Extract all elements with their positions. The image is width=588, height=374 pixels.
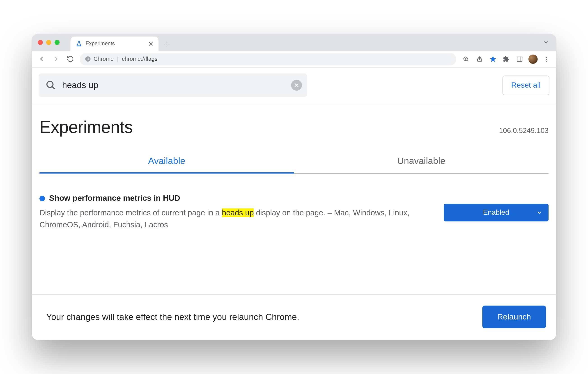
clear-search-icon[interactable] xyxy=(291,80,302,91)
zoom-icon[interactable] xyxy=(460,53,472,65)
flag-title: Show performance metrics in HUD xyxy=(49,194,180,203)
tab-available[interactable]: Available xyxy=(40,156,294,174)
svg-point-2 xyxy=(87,58,89,60)
titlebar: Experiments ✕ ＋ xyxy=(32,34,556,51)
flag-state-select[interactable]: Enabled xyxy=(444,204,548,221)
flag-description: Display the performance metrics of curre… xyxy=(40,207,427,230)
search-input-wrap[interactable] xyxy=(39,73,307,97)
search-icon xyxy=(45,80,56,91)
flask-icon xyxy=(75,40,82,47)
svg-rect-5 xyxy=(517,57,522,61)
relaunch-message: Your changes will take effect the next t… xyxy=(46,312,474,322)
url-path: flags xyxy=(146,56,157,62)
chevron-down-icon xyxy=(536,209,543,216)
search-input[interactable] xyxy=(61,80,286,91)
window-zoom-icon[interactable] xyxy=(54,40,60,45)
page-title: Experiments xyxy=(40,117,133,137)
flag-desc-pre: Display the performance metrics of curre… xyxy=(40,208,222,217)
nav-reload-button[interactable] xyxy=(64,53,76,65)
share-icon[interactable] xyxy=(473,53,486,65)
side-panel-icon[interactable] xyxy=(513,53,526,65)
url-scheme: chrome:// xyxy=(122,56,146,62)
svg-point-10 xyxy=(47,81,53,87)
nav-forward-button[interactable] xyxy=(50,53,62,65)
browser-tab[interactable]: Experiments ✕ xyxy=(71,37,159,51)
relaunch-button[interactable]: Relaunch xyxy=(482,305,546,328)
url-separator: | xyxy=(117,56,119,62)
flag-state-value: Enabled xyxy=(483,208,509,217)
url-origin-label: Chrome xyxy=(94,56,114,62)
svg-point-9 xyxy=(546,60,547,61)
nav-back-button[interactable] xyxy=(35,53,48,65)
new-tab-button[interactable]: ＋ xyxy=(161,38,173,50)
extensions-icon[interactable] xyxy=(500,53,513,65)
profile-avatar[interactable] xyxy=(527,53,539,65)
tab-list-chevron-icon[interactable] xyxy=(543,39,549,46)
window-close-icon[interactable] xyxy=(38,40,43,45)
svg-point-7 xyxy=(546,57,547,57)
chrome-version: 106.0.5249.103 xyxy=(499,127,548,135)
relaunch-bar: Your changes will take effect the next t… xyxy=(32,294,556,340)
search-row: Reset all xyxy=(32,68,556,103)
kebab-menu-icon[interactable] xyxy=(540,53,553,65)
bookmark-star-icon[interactable] xyxy=(487,53,499,65)
filter-tabs: Available Unavailable xyxy=(40,156,548,174)
tab-close-icon[interactable]: ✕ xyxy=(147,40,154,48)
tab-unavailable[interactable]: Unavailable xyxy=(294,156,548,174)
reset-all-button[interactable]: Reset all xyxy=(502,75,549,95)
browser-toolbar: Chrome | chrome://flags xyxy=(32,51,556,68)
flag-desc-highlight: heads up xyxy=(222,208,254,217)
svg-point-8 xyxy=(546,59,547,60)
status-dot-icon xyxy=(40,196,45,201)
window-minimize-icon[interactable] xyxy=(46,40,51,45)
chrome-logo-icon xyxy=(85,56,91,62)
flag-row: Show performance metrics in HUD Display … xyxy=(40,194,548,231)
window-controls xyxy=(38,40,60,45)
address-bar[interactable]: Chrome | chrome://flags xyxy=(80,53,456,65)
browser-window: Experiments ✕ ＋ xyxy=(32,34,556,340)
tab-title: Experiments xyxy=(86,41,144,47)
flags-page: Reset all Experiments 106.0.5249.103 Ava… xyxy=(32,68,556,340)
